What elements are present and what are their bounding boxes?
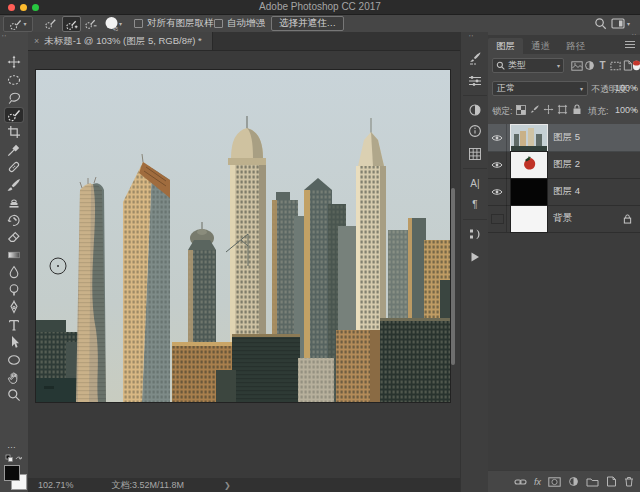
status-menu-chevron[interactable]: ❯ xyxy=(224,481,231,490)
blend-mode-select[interactable]: 正常 ▾ xyxy=(492,81,588,96)
histogram-panel-icon[interactable] xyxy=(465,145,485,163)
subtract-from-selection-mode-button[interactable] xyxy=(82,16,99,30)
layer-thumbnail[interactable] xyxy=(511,206,547,232)
new-layer-button[interactable] xyxy=(606,476,617,487)
new-selection-mode-button[interactable] xyxy=(42,16,59,30)
brush-tool[interactable] xyxy=(5,178,23,192)
chevron-down-icon[interactable]: ▾ xyxy=(633,107,636,113)
checkbox-icon xyxy=(134,19,143,28)
tab-layers[interactable]: 图层 xyxy=(488,38,523,54)
blend-mode-value: 正常 xyxy=(497,82,515,95)
gradient-tool[interactable] xyxy=(5,248,23,262)
search-icon xyxy=(496,61,505,70)
visibility-toggle[interactable] xyxy=(488,151,507,178)
chevron-down-icon: ▾ xyxy=(580,86,583,92)
brush-presets-panel-icon[interactable] xyxy=(465,72,485,90)
pen-tool[interactable] xyxy=(5,300,23,314)
paragraph-panel-icon[interactable]: ¶ xyxy=(465,195,485,213)
type-tool[interactable] xyxy=(5,318,23,332)
edit-toolbar-ellipsis[interactable]: … xyxy=(7,440,17,450)
blur-tool[interactable] xyxy=(5,265,23,279)
zoom-level[interactable]: 102.71% xyxy=(38,480,74,490)
sample-all-layers-checkbox[interactable]: 对所有图层取样 xyxy=(134,15,214,32)
layer-name[interactable]: 图层 2 xyxy=(553,158,580,171)
adjustment-layer-filter-icon[interactable] xyxy=(583,59,596,72)
filter-kind-select[interactable]: 类型 ▾ xyxy=(492,58,564,73)
document-tab[interactable]: × 未标题-1 @ 103% (图层 5, RGB/8#) * xyxy=(28,32,213,50)
eraser-tool[interactable] xyxy=(5,230,23,244)
chevron-down-icon[interactable]: ▾ xyxy=(633,85,636,91)
zoom-tool[interactable] xyxy=(5,388,23,402)
layer-row-5[interactable]: 图层 5 xyxy=(488,124,640,152)
vertical-scrollbar[interactable] xyxy=(451,188,455,365)
layer-thumbnail[interactable] xyxy=(511,179,547,205)
lock-transparent-icon[interactable] xyxy=(514,103,527,116)
tab-channels[interactable]: 通道 xyxy=(523,38,558,54)
layer-thumbnail[interactable] xyxy=(511,152,547,178)
lasso-tool[interactable] xyxy=(5,90,23,104)
crop-tool[interactable] xyxy=(5,125,23,139)
history-brush-tool[interactable] xyxy=(5,213,23,227)
close-tab-icon[interactable]: × xyxy=(34,36,39,46)
layer-row-4[interactable]: 图层 4 xyxy=(488,178,640,206)
shape-tool[interactable] xyxy=(5,353,23,367)
lock-artboard-icon[interactable] xyxy=(556,103,569,116)
paragraph-styles-panel-icon[interactable] xyxy=(465,225,485,243)
add-to-selection-mode-button[interactable] xyxy=(62,16,81,32)
tool-preset-picker[interactable]: ▾ xyxy=(3,16,33,32)
eyedropper-tool[interactable] xyxy=(5,143,23,157)
spot-healing-brush-tool[interactable] xyxy=(5,160,23,174)
brush-settings-panel-icon[interactable] xyxy=(465,49,485,67)
lock-paint-icon[interactable] xyxy=(528,103,541,116)
info-panel-icon[interactable] xyxy=(465,122,485,140)
delete-layer-button[interactable] xyxy=(624,476,634,487)
layer-name[interactable]: 背景 xyxy=(553,212,572,225)
dodge-tool[interactable] xyxy=(5,283,23,297)
foreground-color-swatch[interactable] xyxy=(5,466,19,480)
visibility-toggle[interactable] xyxy=(488,124,507,151)
quick-selection-tool[interactable] xyxy=(5,108,23,122)
marquee-tool[interactable] xyxy=(5,73,23,87)
toolbar-collapse-handle[interactable]: '' xyxy=(2,34,7,42)
add-layer-mask-button[interactable] xyxy=(548,477,561,487)
default-colors-icon[interactable] xyxy=(5,454,23,463)
pixel-layer-filter-icon[interactable] xyxy=(570,59,583,72)
character-panel-icon[interactable]: A| xyxy=(465,174,485,192)
new-group-button[interactable] xyxy=(586,477,599,487)
canvas-image[interactable] xyxy=(36,70,450,402)
lock-all-icon[interactable] xyxy=(570,103,583,116)
clone-stamp-tool[interactable] xyxy=(5,195,23,209)
layer-thumbnail[interactable] xyxy=(511,125,547,151)
actions-panel-icon[interactable] xyxy=(465,248,485,266)
lock-position-icon[interactable] xyxy=(542,103,555,116)
select-and-mask-button[interactable]: 选择并遮住… xyxy=(271,16,344,31)
layer-style-button[interactable]: fx xyxy=(534,477,541,487)
tool-palette: '' … xyxy=(0,32,29,492)
workspace-switcher[interactable]: ▾ xyxy=(611,18,630,29)
auto-enhance-checkbox[interactable]: 自动增强 xyxy=(214,15,265,32)
layer-name[interactable]: 图层 4 xyxy=(553,185,580,198)
chevron-down-icon: ▾ xyxy=(627,21,630,27)
visibility-toggle[interactable] xyxy=(488,205,507,232)
new-adjustment-layer-button[interactable] xyxy=(568,476,579,487)
move-tool[interactable] xyxy=(5,55,23,69)
panel-menu-icon[interactable] xyxy=(624,40,636,49)
layer-row-background[interactable]: 背景 xyxy=(488,205,640,233)
sample-all-layers-label: 对所有图层取样 xyxy=(147,17,214,30)
quick-selection-tool-icon xyxy=(9,18,22,31)
hand-tool[interactable] xyxy=(5,370,23,384)
type-layer-filter-icon[interactable]: T xyxy=(596,59,609,72)
dock-collapse-handle[interactable]: '' xyxy=(469,34,474,42)
path-selection-tool[interactable] xyxy=(5,335,23,349)
filter-toggle-icon[interactable] xyxy=(630,59,640,72)
search-icon[interactable] xyxy=(594,17,607,30)
visibility-toggle[interactable] xyxy=(488,178,507,205)
chevron-down-icon: ▾ xyxy=(23,21,26,27)
tab-paths[interactable]: 路径 xyxy=(558,38,593,54)
layer-name[interactable]: 图层 5 xyxy=(553,131,580,144)
adjustments-panel-icon[interactable] xyxy=(465,101,485,119)
chevron-down-icon: ▾ xyxy=(557,63,560,69)
link-layers-button[interactable] xyxy=(514,478,527,486)
layer-row-2[interactable]: 图层 2 xyxy=(488,151,640,179)
lock-label: 锁定: xyxy=(492,105,513,118)
